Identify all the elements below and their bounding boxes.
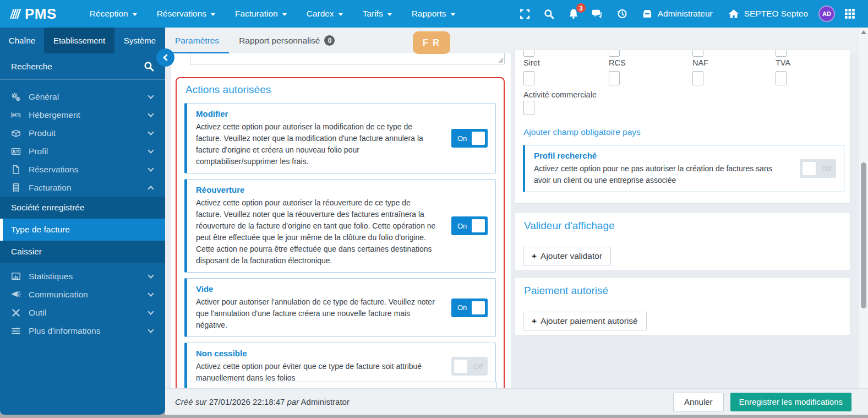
search-icon[interactable] (144, 61, 154, 72)
add-country-field-link[interactable]: Ajouter champ obligatoire pays (523, 127, 641, 137)
activite-commerciale-checkbox[interactable] (523, 101, 534, 115)
id-card-icon (11, 146, 21, 156)
sidebar-item-outil[interactable]: Outil (0, 303, 165, 322)
reouverture-toggle[interactable]: On (451, 216, 488, 235)
chevron-down-icon (148, 165, 154, 171)
navbar-right: 3 Administrateur SEPTEO Septeo AD (516, 4, 868, 24)
scrollbar-thumb[interactable] (861, 162, 866, 308)
language-badge[interactable]: F R (413, 31, 450, 54)
tab-chaine[interactable]: Chaîne (0, 28, 44, 53)
sidebar-item-communication[interactable]: Communication (0, 285, 165, 303)
add-paiement-button[interactable]: + Ajouter paiement autorisé (523, 312, 647, 330)
profil-recherche-toggle[interactable]: Off (800, 159, 836, 178)
sidebar-item-societe-enregistree[interactable]: Société enregistrée (0, 197, 165, 219)
card-title: Vide (196, 284, 436, 294)
sidebar-item-profil[interactable]: Profil (0, 142, 165, 160)
sidebar-collapse-button[interactable] (156, 48, 174, 67)
menu-reservations[interactable]: Réservations (147, 0, 225, 28)
chevron-down-icon (148, 147, 154, 153)
modifier-toggle[interactable]: On (451, 129, 488, 148)
paiement-title: Paiement autorisé (524, 285, 608, 297)
tab-parametres[interactable]: Paramètres (165, 28, 229, 53)
plus-icon: + (532, 251, 537, 261)
checkbox[interactable] (523, 50, 534, 57)
tab-systeme[interactable]: Système (114, 28, 165, 53)
caret-down-icon (451, 13, 455, 16)
chevron-down-icon (148, 327, 154, 333)
rapport-count-badge: 0 (324, 35, 335, 46)
sidebar-item-plus-informations[interactable]: Plus d'informations (0, 322, 165, 340)
apps-button[interactable] (840, 4, 859, 24)
caret-down-icon (339, 13, 343, 16)
action-card-modifier: Modifier Activez cette option pour autor… (184, 103, 496, 173)
receipt-icon (11, 183, 21, 193)
card-description: Activer pour autoriser l'annulation de c… (196, 296, 436, 331)
actions-autorisees-section: Actions autorisées Modifier Activez cett… (176, 77, 505, 388)
sidebar-item-type-de-facture[interactable]: Type de facture (0, 219, 165, 241)
non-cessible-toggle[interactable]: Off (451, 357, 488, 376)
vertical-scrollbar[interactable] (859, 28, 868, 388)
search-button[interactable] (540, 4, 559, 24)
sidebar-tabs: Chaîne Etablissement Système (0, 28, 165, 53)
menu-reception[interactable]: Réception (80, 0, 147, 28)
sidebar-item-produit[interactable]: Produit (0, 124, 165, 142)
history-button[interactable] (613, 4, 631, 24)
rcs-checkbox[interactable] (609, 71, 620, 85)
scroll-up-arrow-icon[interactable] (861, 30, 866, 34)
menu-facturation[interactable]: Facturation (225, 0, 297, 28)
menu-rapports[interactable]: Rapports (402, 0, 465, 28)
description-textarea[interactable] (190, 53, 505, 64)
search-input[interactable] (11, 62, 144, 72)
home-icon (728, 9, 739, 19)
fullscreen-icon (520, 9, 530, 19)
company-fields-card: Siret RCS NAF TVA Activité commerciale A… (515, 50, 850, 204)
resize-handle-icon[interactable] (498, 58, 504, 63)
checkbox[interactable] (609, 50, 620, 57)
vide-toggle[interactable]: On (451, 298, 488, 317)
menu-cardex[interactable]: Cardex (297, 0, 353, 28)
notification-badge: 3 (576, 3, 586, 13)
chat-bubbles-icon (592, 8, 603, 19)
save-button[interactable]: Enregistrer les modifications (730, 393, 851, 411)
checkbox[interactable] (692, 50, 703, 57)
user-menu[interactable]: Administrateur (637, 9, 718, 19)
tab-rapport-personnalise[interactable]: Rapport personnalisé 0 (229, 28, 345, 53)
chevron-down-icon (148, 93, 154, 99)
sidebar-item-hebergement[interactable]: Hébergement (0, 106, 165, 124)
sidebar-item-facturation[interactable]: Facturation (0, 178, 165, 197)
card-title: Non cessible (196, 349, 436, 358)
property-menu[interactable]: SEPTEO Septeo (723, 9, 813, 19)
siret-label: Siret (523, 58, 540, 67)
card-description: Activez cette option pour ne pas autoris… (534, 163, 789, 186)
messages-button[interactable] (588, 4, 607, 24)
sidebar-item-caissier[interactable]: Caissier (0, 241, 165, 263)
avatar[interactable]: AD (818, 6, 835, 22)
sidebar-item-general[interactable]: Général (0, 88, 165, 106)
chevron-down-icon (148, 272, 154, 278)
add-validator-button[interactable]: + Ajouter validator (523, 247, 611, 265)
checkbox[interactable] (776, 50, 787, 57)
sidebar-item-statistiques[interactable]: Statistiques (0, 267, 165, 285)
grid-icon (845, 9, 855, 19)
chevron-left-icon (163, 54, 170, 61)
action-card-vide: Vide Activer pour autoriser l'annulation… (184, 278, 496, 337)
sidebar-item-reservations[interactable]: Réservations (0, 160, 165, 178)
logo-stripes-icon (9, 7, 22, 21)
caret-down-icon (387, 13, 392, 16)
tab-etablissement[interactable]: Etablissement (44, 28, 114, 53)
chevron-down-icon (148, 129, 154, 135)
naf-checkbox[interactable] (692, 71, 703, 85)
tva-checkbox[interactable] (776, 71, 787, 85)
open-box-icon (11, 128, 21, 138)
cancel-button[interactable]: Annuler (673, 393, 724, 411)
caret-down-icon (282, 13, 287, 16)
menu-tarifs[interactable]: Tarifs (353, 0, 402, 28)
app-logo[interactable]: PMS (0, 6, 64, 23)
toggle-knob (454, 360, 467, 373)
siret-checkbox[interactable] (523, 71, 534, 85)
fullscreen-button[interactable] (516, 4, 534, 24)
notifications-button[interactable]: 3 (564, 4, 583, 24)
parametres-panel: Actions autorisées Modifier Activez cett… (171, 53, 512, 388)
chevron-up-icon (148, 186, 154, 192)
paiement-autorise-card: Paiement autorisé + Ajouter paiement aut… (515, 277, 850, 336)
